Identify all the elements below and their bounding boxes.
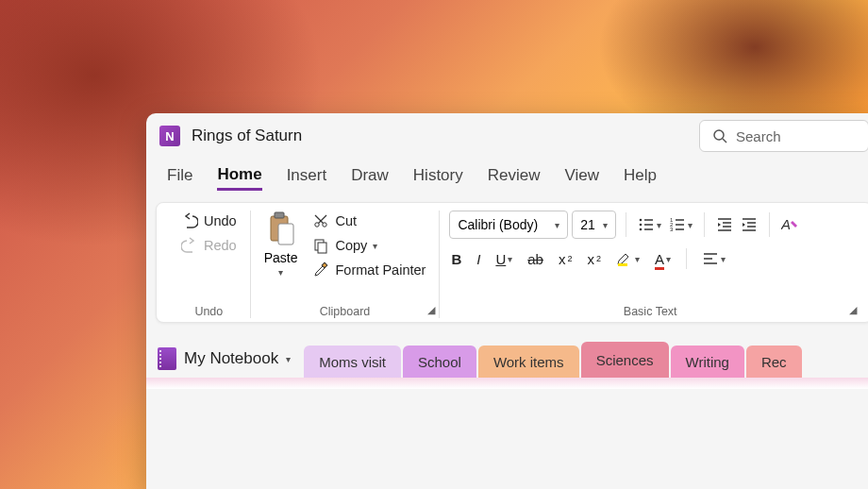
brush-icon	[312, 261, 329, 278]
outdent-button[interactable]	[714, 214, 735, 235]
cut-button[interactable]: Cut	[309, 211, 429, 231]
font-name-value: Calibri (Body)	[458, 217, 538, 232]
search-box[interactable]: Search	[699, 120, 868, 152]
chevron-down-icon: ▾	[373, 241, 377, 251]
group-label-clipboard: Clipboard	[260, 303, 430, 318]
svg-rect-33	[618, 263, 627, 266]
menu-item-view[interactable]: View	[565, 166, 600, 189]
align-button[interactable]: ▾	[700, 248, 727, 269]
subscript-button[interactable]: x2	[557, 249, 575, 269]
menu-item-draw[interactable]: Draw	[351, 166, 389, 189]
redo-icon	[181, 237, 198, 254]
chevron-down-icon: ▾	[555, 220, 559, 230]
svg-text:3: 3	[670, 227, 674, 232]
menu-item-review[interactable]: Review	[488, 166, 541, 189]
svg-text:A: A	[781, 216, 791, 232]
notebook-icon	[158, 347, 176, 370]
copy-label: Copy	[335, 238, 367, 253]
chevron-down-icon: ▾	[286, 354, 291, 364]
ribbon-group-undo: Undo Redo Undo	[168, 211, 250, 318]
ribbon-group-basic-text: Calibri (Body) ▾ 21 ▾ ▾	[439, 211, 860, 318]
title-bar: N Rings of Saturn Search	[146, 113, 868, 159]
paste-button[interactable]: Paste ▾	[260, 211, 302, 278]
superscript-button[interactable]: x2	[585, 249, 603, 269]
svg-point-0	[714, 130, 724, 140]
clear-formatting-button[interactable]: A	[779, 214, 802, 235]
dialog-launcher-icon[interactable]: ◢	[427, 304, 435, 316]
scissors-icon	[312, 212, 329, 229]
svg-point-14	[639, 228, 642, 231]
font-color-button[interactable]: A▾	[653, 249, 673, 269]
ribbon-group-clipboard: Paste ▾ Cut	[250, 211, 440, 318]
section-tab[interactable]: Writing	[671, 346, 744, 378]
notebook-name: My Notebook	[184, 349, 278, 368]
undo-label: Undo	[204, 213, 237, 228]
svg-rect-3	[275, 212, 284, 218]
italic-button[interactable]: I	[475, 249, 482, 269]
search-icon	[711, 127, 728, 144]
dialog-launcher-icon[interactable]: ◢	[849, 304, 857, 316]
undo-button[interactable]: Undo	[177, 211, 241, 231]
format-painter-label: Format Painter	[335, 262, 426, 278]
numbered-list-button[interactable]: 123 ▾	[667, 214, 694, 235]
group-label-basic-text: Basic Text	[449, 303, 851, 318]
menu-item-insert[interactable]: Insert	[287, 166, 327, 189]
svg-line-1	[723, 139, 726, 143]
group-label-undo: Undo	[177, 303, 241, 318]
menu-item-home[interactable]: Home	[217, 165, 261, 191]
page-title: Rings of Saturn	[192, 126, 302, 145]
menu-item-help[interactable]: Help	[624, 166, 657, 189]
bullet-list-button[interactable]: ▾	[636, 214, 663, 235]
highlight-button[interactable]: ▾	[614, 249, 642, 268]
notebook-picker[interactable]: My Notebook ▾	[158, 347, 291, 378]
onenote-window: N Rings of Saturn Search FileHomeInsertD…	[146, 113, 868, 489]
bold-button[interactable]: B	[449, 249, 463, 269]
copy-button[interactable]: Copy ▾	[309, 235, 429, 256]
redo-label: Redo	[204, 238, 237, 253]
svg-rect-11	[323, 262, 328, 268]
svg-point-13	[639, 224, 642, 227]
svg-rect-4	[278, 224, 293, 244]
section-tab[interactable]: Work items	[478, 346, 579, 378]
font-size-select[interactable]: 21 ▾	[572, 211, 616, 239]
cut-label: Cut	[335, 213, 357, 228]
ribbon: Undo Redo Undo	[156, 202, 868, 323]
chevron-down-icon: ▾	[278, 267, 283, 278]
undo-icon	[181, 212, 198, 229]
redo-button[interactable]: Redo	[177, 235, 241, 256]
indent-button[interactable]	[739, 214, 760, 235]
app-icon: N	[159, 126, 180, 146]
format-painter-button[interactable]: Format Painter	[309, 260, 429, 280]
svg-point-12	[639, 219, 642, 222]
search-placeholder: Search	[736, 128, 781, 144]
paste-label: Paste	[264, 250, 298, 265]
section-tab[interactable]: Moms visit	[304, 346, 401, 378]
underline-button[interactable]: U▾	[493, 249, 514, 269]
paste-icon	[265, 211, 297, 248]
menu-bar: FileHomeInsertDrawHistoryReviewViewHelp	[146, 159, 868, 196]
menu-item-history[interactable]: History	[413, 166, 463, 189]
svg-rect-10	[318, 243, 326, 253]
notebook-row: My Notebook ▾ Moms visitSchoolWork items…	[146, 332, 868, 378]
section-tab[interactable]: School	[403, 346, 476, 378]
strikethrough-button[interactable]: ab	[526, 249, 545, 269]
section-tab[interactable]: Rec	[746, 346, 802, 378]
font-family-select[interactable]: Calibri (Body) ▾	[449, 211, 568, 239]
menu-item-file[interactable]: File	[167, 166, 192, 189]
font-size-value: 21	[580, 217, 595, 232]
section-tabs: Moms visitSchoolWork itemsSciencesWritin…	[304, 342, 803, 378]
copy-icon	[312, 237, 329, 254]
section-tab[interactable]: Sciences	[581, 342, 669, 378]
page-canvas	[146, 378, 868, 389]
chevron-down-icon: ▾	[603, 220, 608, 230]
